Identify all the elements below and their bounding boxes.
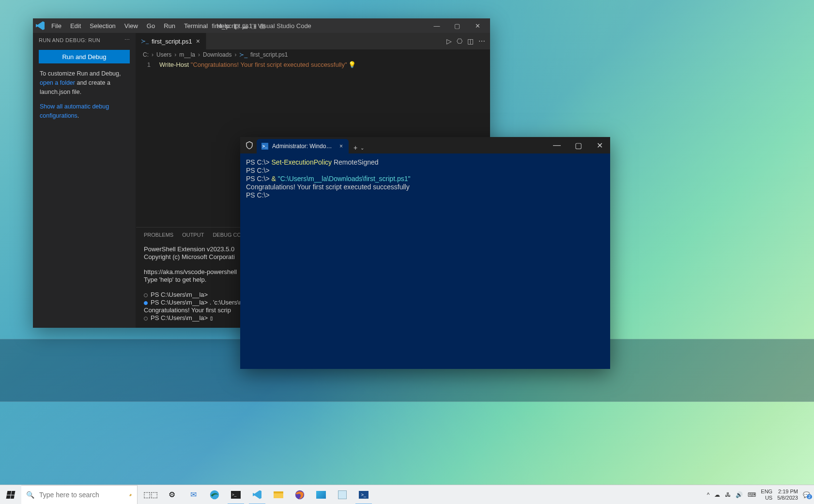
maximize-button[interactable]: ▢ bbox=[447, 18, 467, 33]
terminal-maximize-button[interactable]: ▢ bbox=[568, 138, 589, 153]
admin-shield-icon bbox=[245, 141, 254, 150]
windows-terminal-window: >_ Administrator: Windows Powe × + ⌄ — ▢… bbox=[240, 137, 610, 369]
taskbar-explorer-icon[interactable] bbox=[268, 485, 289, 504]
taskbar-settings-icon[interactable]: ⚙ bbox=[162, 485, 182, 504]
panel-tab-problems[interactable]: PROBLEMS bbox=[144, 232, 173, 238]
tab-label: first_script.ps1 bbox=[152, 38, 192, 45]
breadcrumb[interactable]: C:› Users› m__la› Downloads› ≻_>_ first_… bbox=[136, 49, 490, 60]
run-debug-sidebar: RUN AND DEBUG: RUN ⋯ Run and Debug To cu… bbox=[33, 33, 136, 328]
line-number: 1 bbox=[136, 61, 159, 226]
search-input[interactable] bbox=[39, 491, 124, 499]
tray-chevron-icon[interactable]: ^ bbox=[707, 491, 710, 498]
terminal-close-button[interactable]: ✕ bbox=[589, 138, 610, 153]
terminal-output[interactable]: PS C:\> Set-ExecutionPolicy RemoteSigned… bbox=[240, 153, 610, 369]
menu-go[interactable]: Go bbox=[143, 20, 159, 31]
taskbar-mail-icon[interactable]: ✉ bbox=[183, 485, 203, 504]
tray-language[interactable]: ENGUS bbox=[761, 489, 772, 500]
sidebar-panel-title: RUN AND DEBUG: RUN bbox=[39, 37, 100, 43]
taskbar-cmd-icon[interactable]: >_ bbox=[226, 485, 246, 504]
system-tray: ^ ☁ 🖧 🔊 ⌨ ENGUS 2:19 PM5/8/2023 💬2 bbox=[703, 485, 814, 504]
menu-terminal[interactable]: Terminal bbox=[180, 20, 212, 31]
run-and-debug-button[interactable]: Run and Debug bbox=[39, 50, 130, 63]
terminal-titlebar[interactable]: >_ Administrator: Windows Powe × + ⌄ — ▢… bbox=[240, 137, 610, 153]
taskbar-firefox-icon[interactable] bbox=[290, 485, 310, 504]
editor-tabs: ≻_ first_script.ps1 × ▷ ⎔ ◫ ⋯ bbox=[136, 33, 490, 49]
powershell-file-icon: ≻_ bbox=[141, 38, 149, 45]
windows-logo-icon bbox=[6, 491, 15, 499]
taskbar-vscode-icon[interactable] bbox=[247, 485, 267, 504]
vscode-titlebar[interactable]: File Edit Selection View Go Run Terminal… bbox=[33, 18, 490, 33]
terminal-tab-label: Administrator: Windows Powe bbox=[272, 143, 335, 150]
split-editor-icon[interactable]: ◫ bbox=[467, 37, 474, 45]
tray-onedrive-icon[interactable]: ☁ bbox=[714, 491, 720, 498]
task-view-icon[interactable]: ⬚⬚ bbox=[140, 485, 161, 504]
powershell-icon: >_ bbox=[261, 143, 268, 150]
tray-network-icon[interactable]: 🖧 bbox=[725, 491, 731, 498]
search-icon: 🔍 bbox=[26, 491, 34, 499]
tray-keyboard-icon[interactable]: ⌨ bbox=[748, 491, 756, 498]
terminal-tab-close-icon[interactable]: × bbox=[338, 143, 344, 150]
lightbulb-icon[interactable]: 💡 bbox=[348, 61, 356, 68]
taskbar: 🔍 ⬚⬚ ⚙ ✉ >_ >_ ^ ☁ 🖧 🔊 ⌨ ENGUS 2:19 PM5/… bbox=[0, 485, 814, 504]
vscode-title: first_script.ps1 - Visual Studio Code bbox=[212, 22, 311, 30]
close-button[interactable]: ✕ bbox=[468, 18, 487, 33]
show-configs-link[interactable]: Show all automatic debug configurations bbox=[40, 103, 109, 119]
menu-edit[interactable]: Edit bbox=[66, 20, 85, 31]
cortana-icon bbox=[129, 489, 132, 500]
taskbar-edge-icon[interactable] bbox=[204, 485, 225, 504]
panel-tab-output[interactable]: OUTPUT bbox=[182, 232, 204, 238]
menu-run[interactable]: Run bbox=[160, 20, 179, 31]
taskbar-powershell-icon[interactable]: >_ bbox=[353, 485, 374, 504]
tray-clock[interactable]: 2:19 PM5/8/2023 bbox=[777, 489, 798, 500]
action-center-icon[interactable]: 💬2 bbox=[803, 491, 810, 498]
start-button[interactable] bbox=[0, 485, 21, 504]
vscode-menu: File Edit Selection View Go Run Terminal… bbox=[47, 20, 233, 31]
menu-view[interactable]: View bbox=[121, 20, 142, 31]
new-tab-icon[interactable]: + bbox=[353, 144, 357, 152]
terminal-tab[interactable]: >_ Administrator: Windows Powe × bbox=[257, 139, 349, 153]
sidebar-hint: To customize Run and Debug, open a folde… bbox=[33, 69, 136, 96]
menu-file[interactable]: File bbox=[47, 20, 65, 31]
editor-more-icon[interactable]: ⋯ bbox=[478, 37, 485, 45]
tab-close-icon[interactable]: × bbox=[195, 37, 201, 45]
tab-dropdown-icon[interactable]: ⌄ bbox=[360, 145, 364, 151]
open-folder-link[interactable]: open a folder bbox=[40, 79, 75, 86]
taskbar-notepad-icon[interactable] bbox=[332, 485, 353, 504]
terminal-minimize-button[interactable]: — bbox=[546, 138, 568, 153]
taskbar-search[interactable]: 🔍 bbox=[21, 485, 138, 504]
vscode-logo-icon bbox=[36, 21, 45, 30]
sidebar-more-icon[interactable]: ⋯ bbox=[124, 37, 130, 43]
run-icon[interactable]: ▷ bbox=[446, 37, 452, 45]
minimize-button[interactable]: — bbox=[427, 18, 446, 33]
taskbar-photos-icon[interactable] bbox=[311, 485, 331, 504]
svg-point-0 bbox=[210, 490, 219, 499]
run-config-icon[interactable]: ⎔ bbox=[457, 37, 462, 45]
tray-volume-icon[interactable]: 🔊 bbox=[736, 491, 743, 498]
tab-first-script[interactable]: ≻_ first_script.ps1 × bbox=[136, 33, 206, 49]
menu-selection[interactable]: Selection bbox=[86, 20, 119, 31]
